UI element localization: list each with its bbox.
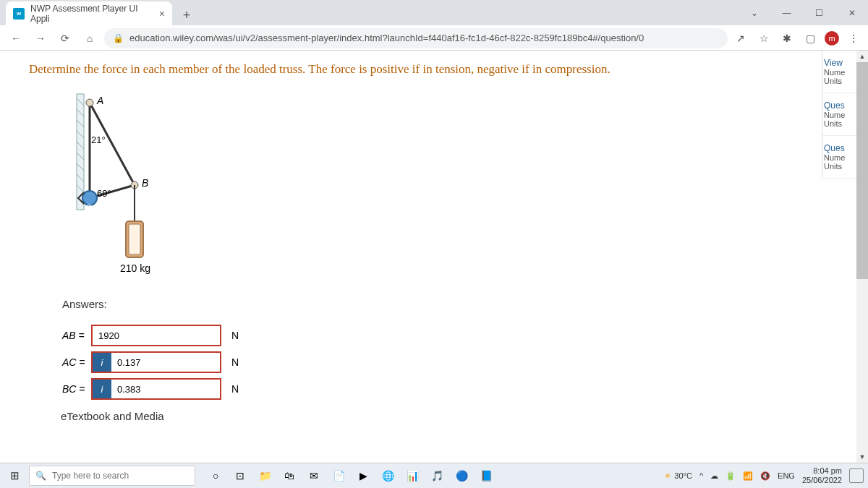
taskbar-right: ☀ 30°C ^ ☁ 🔋 📶 🔇 ENG 8:04 pm 25/06/2022 [664,466,868,485]
search-placeholder: Type here to search [52,471,129,481]
search-icon: 🔍 [35,471,46,481]
taskbar-apps: ○ ⊡ 📁 🛍 ✉ 📄 ▶ 🌐 📊 🎵 🔵 📘 [204,464,498,487]
answers-section: Answers: AB = N AC = i N BC = i [62,298,839,400]
start-button[interactable]: ⊞ [0,463,29,489]
store-icon[interactable]: 🛍 [278,464,301,487]
share-icon[interactable]: ↗ [732,30,749,47]
answer-input-ac[interactable] [111,353,220,372]
answer-row-ab: AB = N [62,325,839,346]
tab-title: NWP Assessment Player UI Appli [30,4,159,24]
bookmark-icon[interactable]: ☆ [755,30,773,47]
info-icon[interactable]: i [93,353,111,372]
weather-widget[interactable]: ☀ 30°C [664,471,692,481]
youtube-icon[interactable]: ▶ [352,464,375,487]
svg-rect-19 [129,224,140,254]
answers-heading: Answers: [62,298,839,310]
svg-point-14 [86,99,93,106]
chevron-down-icon[interactable]: ⌄ [738,0,770,25]
scroll-down-icon[interactable]: ▼ [856,451,868,463]
answer-unit: N [231,356,239,368]
url-text: education.wiley.com/was/ui/v2/assessment… [129,33,644,43]
address-bar: ← → ⟳ ⌂ 🔒 education.wiley.com/was/ui/v2/… [0,25,868,51]
answer-input-bc[interactable] [111,380,220,398]
browser-chrome: w NWP Assessment Player UI Appli × + ⌄ —… [0,0,868,51]
lock-icon: 🔒 [113,33,124,43]
panel-item[interactable]: View Nume Units [822,51,856,93]
answer-unit: N [231,330,239,341]
answer-input-wrap: i [91,351,221,373]
office-icon[interactable]: 📄 [327,464,350,487]
load-label: 210 kg [120,262,150,274]
wifi-icon[interactable]: 📶 [743,471,753,481]
tab-bar: w NWP Assessment Player UI Appli × + ⌄ —… [0,0,868,25]
close-icon[interactable]: ✕ [835,0,868,25]
taskbar: ⊞ 🔍 Type here to search ○ ⊡ 📁 🛍 ✉ 📄 ▶ 🌐 … [0,463,868,488]
battery-icon[interactable]: 🔋 [726,471,736,481]
right-panel: View Nume Units Ques Nume Units Ques Num… [822,51,856,179]
browser-tab[interactable]: w NWP Assessment Player UI Appli × [6,1,172,25]
scroll-up-icon[interactable]: ▲ [856,51,868,62]
language-indicator[interactable]: ENG [778,471,795,480]
answer-input-ab[interactable] [93,326,220,345]
extensions-icon[interactable]: ✱ [778,30,796,47]
tab-close-icon[interactable]: × [159,8,165,20]
answer-input-wrap [91,325,221,346]
page-content: Determine the force in each member of th… [0,51,868,463]
home-button[interactable]: ⌂ [80,28,100,48]
question-text: Determine the force in each member of th… [29,62,839,77]
etextbook-link[interactable]: eTextbook and Media [61,410,839,422]
maximize-icon[interactable]: ☐ [803,0,835,25]
spotify-icon[interactable]: 🎵 [425,464,448,487]
answer-row-bc: BC = i N [62,378,839,400]
task-view-icon[interactable]: ⊡ [229,464,252,487]
forward-button[interactable]: → [30,28,51,48]
toolbar-right: ↗ ☆ ✱ ▢ m ⋮ [732,30,862,47]
volume-icon[interactable]: 🔇 [760,471,770,481]
reading-list-icon[interactable]: ▢ [801,30,819,47]
panel-item[interactable]: Ques Nume Units [822,93,856,136]
chrome-icon[interactable]: 🔵 [450,464,473,487]
sun-icon: ☀ [664,471,671,481]
info-icon[interactable]: i [93,380,111,398]
point-c-label: C [85,203,92,213]
answer-label: BC = [62,383,91,395]
tab-favicon-icon: w [13,8,25,20]
edge-icon[interactable]: 🌐 [376,464,399,487]
new-tab-button[interactable]: + [176,5,197,25]
point-a-label: A [96,95,103,106]
onedrive-icon[interactable]: ☁ [710,471,718,481]
taskbar-search[interactable]: 🔍 Type here to search [29,466,195,486]
point-b-label: B [142,177,148,189]
angle-69: 69° [97,188,111,199]
explorer-icon[interactable]: 📁 [253,464,276,487]
reload-button[interactable]: ⟳ [55,28,75,48]
back-button[interactable]: ← [6,28,26,48]
panel-item[interactable]: Ques Nume Units [822,136,856,179]
mail-icon[interactable]: ✉ [302,464,326,487]
url-input[interactable]: 🔒 education.wiley.com/was/ui/v2/assessme… [104,28,728,48]
minimize-icon[interactable]: — [770,0,803,25]
cortana-icon[interactable]: ○ [204,464,227,487]
answer-input-wrap: i [91,378,221,400]
scroll-thumb[interactable] [856,62,868,279]
truss-diagram: A B C 21° 69° 210 kg [62,91,192,294]
answer-row-ac: AC = i N [62,351,839,373]
profile-avatar[interactable]: m [825,31,839,46]
clock[interactable]: 8:04 pm 25/06/2022 [802,466,842,485]
answer-label: AC = [62,356,91,368]
notifications-icon[interactable] [849,468,864,483]
menu-icon[interactable]: ⋮ [845,30,862,47]
chevron-up-icon[interactable]: ^ [699,471,703,480]
answer-label: AB = [62,330,91,341]
svg-rect-0 [77,94,84,210]
excel-icon[interactable]: 📊 [401,464,424,487]
scrollbar[interactable]: ▲ ▼ [856,51,868,463]
window-controls: ⌄ — ☐ ✕ [738,0,868,25]
word-icon[interactable]: 📘 [475,464,498,487]
answer-unit: N [231,383,239,395]
angle-21: 21° [91,134,106,145]
